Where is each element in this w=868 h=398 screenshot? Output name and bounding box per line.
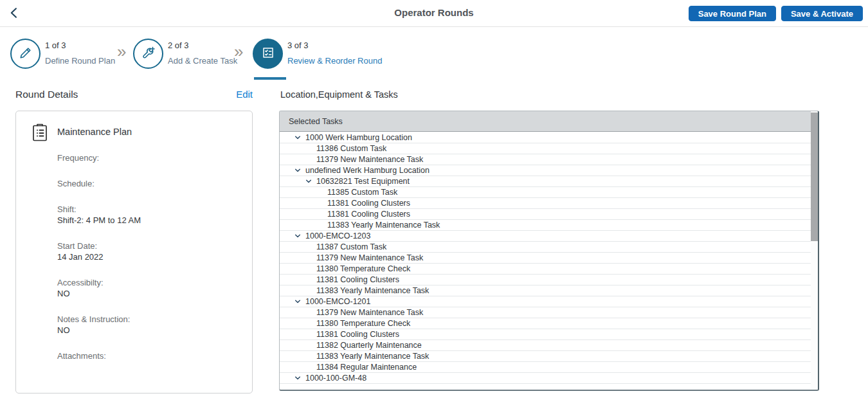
step-1-number: 1 of 3 — [45, 41, 115, 50]
step-2-circle[interactable] — [133, 39, 163, 69]
tree-item[interactable]: 11381 Cooling Clusters — [280, 209, 811, 220]
edit-link[interactable]: Edit — [236, 89, 253, 100]
tree-item-label: 11383 Yearly Maintenance Task — [316, 285, 429, 296]
tree-item[interactable]: 1000 Werk Hamburg Location — [280, 132, 811, 143]
tree-item[interactable]: 11385 Custom Task — [280, 187, 811, 198]
details-fields: Frequency: Schedule: Shift: Shift-2: 4 P… — [57, 153, 252, 361]
tree-item-label: 11379 New Maintenance Task — [316, 307, 423, 318]
selected-tasks-header: Selected Tasks — [280, 111, 811, 132]
chevron-down-icon[interactable] — [294, 232, 305, 240]
tree-item[interactable]: 11383 Yearly Maintenance Task — [280, 351, 811, 362]
tree-item-label: 10632821 Test Equipment — [316, 176, 410, 186]
step-1-circle[interactable] — [10, 39, 41, 69]
tree-item[interactable]: 11379 New Maintenance Task — [280, 253, 811, 264]
field-label: Start Date: — [57, 241, 252, 251]
field-label: Attachments: — [57, 351, 252, 361]
top-bar: Operator Rounds Save Round Plan Save & A… — [0, 0, 868, 27]
tree-item-label: 1000-100-GM-48 — [305, 373, 366, 383]
tree-item-label: undefined Werk Hamburg Location — [305, 165, 429, 176]
save-and-activate-button[interactable]: Save & Activate — [781, 6, 863, 21]
tree-item-label: 1000-EMCO-1203 — [305, 231, 370, 241]
tree-item-label: 11379 New Maintenance Task — [316, 253, 423, 263]
chevron-down-icon[interactable] — [305, 177, 316, 185]
field-label: Shift: — [57, 204, 252, 215]
tree-item-label: 11387 Custom Task — [316, 242, 386, 252]
tree-item[interactable]: 1000-EMCO-1203 — [280, 231, 811, 242]
step-3-number: 3 of 3 — [287, 41, 382, 50]
tree-item[interactable]: 11384 Regular Maintenance — [280, 362, 811, 373]
tree-item-label: 11386 Custom Task — [316, 143, 386, 154]
wizard-progress-bar: 1 of 3 Define Round Plan » 2 of 3 Add & … — [0, 28, 868, 80]
chevron-down-icon[interactable] — [294, 167, 305, 174]
wrench-plus-icon — [141, 45, 156, 63]
chevron-down-icon[interactable] — [294, 298, 305, 305]
field-value: NO — [57, 288, 252, 299]
wizard-step-1[interactable]: 1 of 3 Define Round Plan — [10, 39, 115, 69]
detail-field: Notes & Instruction: NO — [57, 314, 252, 336]
tree-item[interactable]: 11387 Custom Task — [280, 242, 811, 253]
field-label: Schedule: — [57, 179, 252, 189]
tree-item[interactable]: 11380 Temperature Check — [280, 264, 811, 275]
tree-item-label: 1000 Werk Hamburg Location — [305, 132, 412, 143]
detail-field: Attachments: — [57, 351, 252, 361]
tree-item-label: 11380 Temperature Check — [316, 264, 410, 274]
tree-item[interactable]: 11381 Cooling Clusters — [280, 198, 811, 209]
tree-item-label: 11381 Cooling Clusters — [316, 275, 399, 285]
tree-item[interactable]: 11381 Cooling Clusters — [280, 329, 811, 340]
field-label: Accessibilty: — [57, 278, 252, 288]
step-1-label: Define Round Plan — [45, 56, 115, 66]
tasks-panel-title: Location,Equipment & Tasks — [280, 89, 398, 100]
scrollbar-thumb[interactable] — [811, 113, 818, 241]
active-step-indicator — [254, 77, 286, 80]
chevron-down-icon[interactable] — [294, 134, 305, 141]
save-round-plan-button[interactable]: Save Round Plan — [689, 6, 776, 21]
wizard-step-2[interactable]: 2 of 3 Add & Create Task — [133, 39, 237, 69]
tree-item-label: 11380 Temperature Check — [316, 318, 410, 329]
tree-item-label: 1000-EMCO-1201 — [305, 296, 370, 307]
step-2-label: Add & Create Task — [168, 56, 237, 66]
round-details-header: Round Details Edit — [15, 89, 253, 100]
round-details-title: Round Details — [15, 89, 78, 100]
card-title: Maintenance Plan — [57, 123, 132, 142]
pencil-icon — [18, 45, 33, 63]
detail-field: Accessibilty: NO — [57, 278, 252, 299]
tree-item[interactable]: 10632821 Test Equipment — [280, 176, 811, 187]
tree-item[interactable]: 11380 Temperature Check — [280, 318, 811, 329]
tree-item[interactable]: 11379 New Maintenance Task — [280, 154, 811, 165]
tree-item[interactable]: 11386 Custom Task — [280, 143, 811, 154]
chevron-down-icon[interactable] — [294, 374, 305, 382]
detail-field: Frequency: — [57, 153, 252, 163]
detail-field: Schedule: — [57, 179, 252, 189]
vertical-scrollbar[interactable] — [811, 112, 818, 389]
field-label: Frequency: — [57, 153, 252, 163]
tree-item-label: 11382 Quarterly Maintenance — [316, 340, 422, 350]
field-value: NO — [57, 325, 252, 336]
tree-item[interactable]: 11383 Yearly Maintenance Task — [280, 285, 811, 296]
field-value: 14 Jan 2022 — [57, 251, 252, 262]
tree-item-label: 11385 Custom Task — [327, 187, 397, 197]
tree-item[interactable]: 11383 Yearly Maintenance Task — [280, 220, 811, 231]
field-value: Shift-2: 4 PM to 12 AM — [57, 215, 252, 226]
step-3-label: Review & Reorder Round — [287, 56, 382, 66]
tree-item[interactable]: 11381 Cooling Clusters — [280, 275, 811, 285]
field-label: Notes & Instruction: — [57, 314, 252, 325]
step-3-circle[interactable] — [253, 39, 283, 69]
tree-item[interactable]: 11382 Quarterly Maintenance — [280, 340, 811, 351]
tree-item[interactable]: 11379 New Maintenance Task — [280, 307, 811, 318]
step-2-number: 2 of 3 — [168, 41, 237, 50]
task-tree: 1000 Werk Hamburg Location 11386 Custom … — [280, 132, 811, 390]
tree-item[interactable]: 1000-100-GM-48 — [280, 373, 811, 384]
tree-item[interactable]: undefined Werk Hamburg Location — [280, 165, 811, 176]
wizard-step-3[interactable]: 3 of 3 Review & Reorder Round — [253, 39, 382, 69]
detail-field: Start Date: 14 Jan 2022 — [57, 241, 252, 262]
step-separator-icon: » — [234, 43, 243, 60]
tree-item-label: 11383 Yearly Maintenance Task — [327, 220, 440, 230]
tree-item-label: 11381 Cooling Clusters — [327, 209, 410, 219]
tree-item-label: 11381 Cooling Clusters — [327, 198, 410, 208]
checklist-icon — [260, 45, 276, 63]
tree-item[interactable]: 1000-EMCO-1201 — [280, 296, 811, 307]
tree-item-label: 11379 New Maintenance Task — [316, 154, 423, 165]
round-details-card: Maintenance Plan Frequency: Schedule: Sh… — [15, 111, 253, 393]
clipboard-list-icon — [32, 123, 48, 142]
tree-item-label: 11383 Yearly Maintenance Task — [316, 351, 429, 361]
